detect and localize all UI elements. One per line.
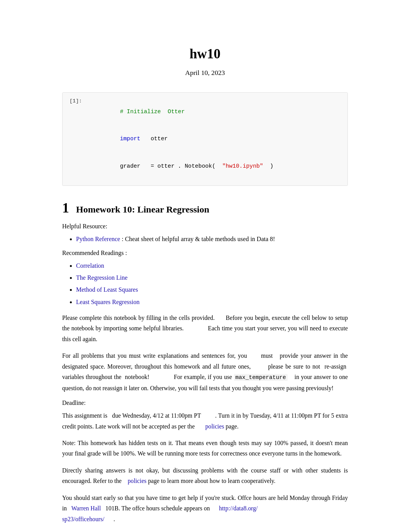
code-cell-1: [1]: # Initialize Otter import otter gra…: [62, 92, 348, 186]
reading-item-least-squares-regression: Least Squares Regression: [76, 297, 348, 307]
office-hours-text: You should start early so that you have …: [62, 493, 348, 524]
inline-code-max-temp: max_temperature: [234, 374, 288, 381]
close-paren: ): [263, 163, 274, 169]
code-line-assign: grader = otter . Notebook( "hw10.ipynb" …: [93, 153, 341, 180]
regression-line-link[interactable]: The Regression Line: [76, 274, 127, 281]
page-title: hw10: [62, 46, 348, 62]
import-keyword: import: [120, 136, 141, 142]
section-heading: 1 Homework 10: Linear Regression: [62, 200, 348, 216]
correlation-link[interactable]: Correlation: [76, 262, 104, 269]
paragraph-1: Please complete this notebook by filling…: [62, 313, 348, 344]
python-reference-link[interactable]: Python Reference: [76, 236, 120, 242]
deadline-label: Deadline:: [62, 399, 348, 406]
string-notebook: "hw10.ipynb": [222, 163, 263, 169]
readings-list: Correlation The Regression Line Method o…: [76, 260, 348, 307]
section-title: Homework 10: Linear Regression: [76, 204, 209, 215]
recommended-readings-label: Recommended Readings :: [62, 250, 348, 257]
sharing-text: Directly sharing answers is not okay, bu…: [62, 465, 348, 486]
helpful-resource-list: Python Reference : Cheat sheet of helpfu…: [76, 234, 348, 244]
page-date: April 10, 2023: [62, 69, 348, 77]
helpful-resource-label: Helpful Resource:: [62, 223, 348, 230]
import-module: otter: [151, 136, 168, 142]
policies-link-sharing[interactable]: policies: [128, 478, 147, 484]
code-line-comment: # Initialize Otter: [93, 98, 341, 126]
least-squares-regression-link[interactable]: Least Squares Regression: [76, 299, 139, 305]
deadline-text: This assignment is due Wednesday, 4/12 a…: [62, 410, 348, 432]
comment-text: # Initialize Otter: [120, 109, 185, 115]
cell-label: [1]:: [69, 98, 93, 104]
least-squares-link[interactable]: Method of Least Squares: [76, 286, 138, 293]
helpful-resource-item: Python Reference : Cheat sheet of helpfu…: [76, 234, 348, 244]
section-number: 1: [62, 200, 69, 216]
equals-sign: = otter . Notebook(: [151, 163, 222, 169]
reading-item-correlation: Correlation: [76, 260, 348, 271]
reading-item-least-squares: Method of Least Squares: [76, 284, 348, 295]
paragraph-2: For all problems that you must write exp…: [62, 350, 348, 393]
reading-item-regression-line: The Regression Line: [76, 272, 348, 283]
code-content: # Initialize Otter import otter grader =…: [93, 98, 341, 180]
helpful-resource-rest: : Cheat sheet of helpful array & table m…: [122, 236, 275, 242]
note-text: Note: This homework has hidden tests on …: [62, 438, 348, 459]
warren-hall-link[interactable]: Warren Hall: [71, 505, 101, 512]
code-line-import: import otter: [93, 126, 341, 153]
policies-link-deadline[interactable]: policies: [205, 423, 224, 430]
var-grader: grader: [120, 163, 141, 169]
